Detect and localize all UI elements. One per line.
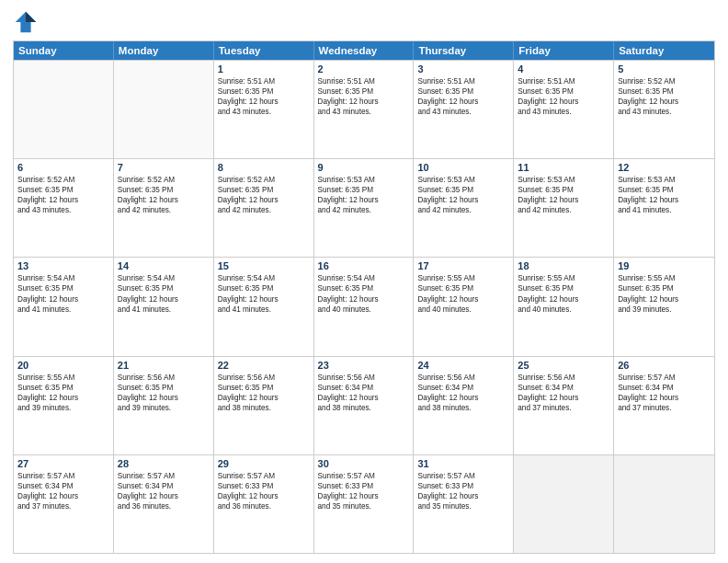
minutes-line: and 42 minutes. [417, 205, 509, 215]
sunrise-line: Sunrise: 5:52 AM [218, 175, 310, 185]
daylight-line: Daylight: 12 hours [318, 97, 410, 107]
daylight-line: Daylight: 12 hours [17, 393, 109, 403]
daylight-line: Daylight: 12 hours [518, 195, 609, 205]
minutes-line: and 40 minutes. [518, 304, 609, 315]
cal-header-monday: Monday [114, 41, 214, 60]
cal-cell-day-13: 13Sunrise: 5:54 AMSunset: 6:35 PMDayligh… [14, 258, 114, 355]
day-number: 20 [17, 360, 109, 371]
sunset-line: Sunset: 6:35 PM [218, 185, 310, 195]
sunrise-line: Sunrise: 5:54 AM [118, 273, 210, 283]
sunset-line: Sunset: 6:35 PM [518, 283, 609, 293]
day-number: 16 [318, 260, 410, 271]
sunrise-line: Sunrise: 5:52 AM [17, 175, 109, 185]
logo [13, 9, 44, 35]
sunset-line: Sunset: 6:34 PM [17, 481, 109, 491]
cal-cell-day-6: 6Sunrise: 5:52 AMSunset: 6:35 PMDaylight… [14, 159, 114, 257]
cal-cell-day-23: 23Sunrise: 5:56 AMSunset: 6:34 PMDayligh… [314, 357, 415, 454]
sunset-line: Sunset: 6:35 PM [218, 86, 310, 97]
day-number: 19 [618, 260, 711, 271]
minutes-line: and 35 minutes. [417, 501, 509, 511]
minutes-line: and 37 minutes. [618, 403, 711, 413]
minutes-line: and 42 minutes. [518, 205, 609, 215]
sunset-line: Sunset: 6:35 PM [17, 383, 109, 393]
daylight-line: Daylight: 12 hours [518, 97, 609, 107]
minutes-line: and 38 minutes. [218, 403, 310, 413]
daylight-line: Daylight: 12 hours [218, 195, 310, 205]
daylight-line: Daylight: 12 hours [17, 195, 109, 205]
cal-cell-day-11: 11Sunrise: 5:53 AMSunset: 6:35 PMDayligh… [514, 159, 614, 257]
day-number: 6 [17, 162, 109, 173]
sunset-line: Sunset: 6:35 PM [218, 283, 310, 293]
cal-cell-day-14: 14Sunrise: 5:54 AMSunset: 6:35 PMDayligh… [114, 258, 214, 355]
sunrise-line: Sunrise: 5:56 AM [218, 373, 310, 383]
minutes-line: and 38 minutes. [417, 403, 509, 413]
day-number: 22 [218, 360, 310, 371]
cal-header-sunday: Sunday [14, 41, 114, 60]
calendar: SundayMondayTuesdayWednesdayThursdayFrid… [13, 40, 715, 554]
cal-header-saturday: Saturday [614, 41, 714, 60]
day-number: 7 [118, 162, 210, 173]
minutes-line: and 43 minutes. [17, 205, 109, 215]
cal-cell-day-27: 27Sunrise: 5:57 AMSunset: 6:34 PMDayligh… [14, 455, 114, 553]
cal-header-thursday: Thursday [414, 41, 514, 60]
daylight-line: Daylight: 12 hours [118, 393, 210, 403]
sunset-line: Sunset: 6:35 PM [318, 283, 410, 293]
sunset-line: Sunset: 6:34 PM [417, 383, 509, 393]
cal-cell-day-20: 20Sunrise: 5:55 AMSunset: 6:35 PMDayligh… [14, 357, 114, 454]
day-number: 12 [618, 162, 711, 173]
cal-cell-empty [114, 61, 214, 158]
sunset-line: Sunset: 6:33 PM [417, 481, 509, 491]
logo-icon [13, 9, 39, 35]
day-number: 10 [417, 162, 509, 173]
sunrise-line: Sunrise: 5:51 AM [518, 76, 609, 86]
sunrise-line: Sunrise: 5:55 AM [417, 273, 509, 283]
sunset-line: Sunset: 6:35 PM [218, 383, 310, 393]
minutes-line: and 42 minutes. [318, 205, 410, 215]
sunrise-line: Sunrise: 5:57 AM [17, 471, 109, 481]
cal-cell-day-15: 15Sunrise: 5:54 AMSunset: 6:35 PMDayligh… [214, 258, 314, 355]
cal-week-4: 20Sunrise: 5:55 AMSunset: 6:35 PMDayligh… [14, 356, 714, 454]
daylight-line: Daylight: 12 hours [618, 97, 711, 107]
day-number: 8 [218, 162, 310, 173]
minutes-line: and 36 minutes. [218, 501, 310, 511]
cal-cell-day-17: 17Sunrise: 5:55 AMSunset: 6:35 PMDayligh… [414, 258, 514, 355]
day-number: 30 [318, 458, 410, 469]
minutes-line: and 35 minutes. [318, 501, 410, 511]
calendar-header-row: SundayMondayTuesdayWednesdayThursdayFrid… [14, 41, 714, 60]
cal-cell-day-30: 30Sunrise: 5:57 AMSunset: 6:33 PMDayligh… [314, 455, 415, 553]
minutes-line: and 42 minutes. [118, 205, 210, 215]
sunrise-line: Sunrise: 5:56 AM [417, 373, 509, 383]
cal-cell-day-25: 25Sunrise: 5:56 AMSunset: 6:34 PMDayligh… [514, 357, 614, 454]
sunrise-line: Sunrise: 5:53 AM [618, 175, 711, 185]
cal-cell-empty [514, 455, 614, 553]
daylight-line: Daylight: 12 hours [417, 491, 509, 501]
daylight-line: Daylight: 12 hours [518, 294, 609, 304]
cal-cell-day-19: 19Sunrise: 5:55 AMSunset: 6:35 PMDayligh… [614, 258, 714, 355]
sunset-line: Sunset: 6:34 PM [618, 383, 711, 393]
cal-header-friday: Friday [514, 41, 614, 60]
cal-header-tuesday: Tuesday [214, 41, 314, 60]
cal-cell-day-24: 24Sunrise: 5:56 AMSunset: 6:34 PMDayligh… [414, 357, 514, 454]
cal-cell-day-31: 31Sunrise: 5:57 AMSunset: 6:33 PMDayligh… [414, 455, 514, 553]
sunrise-line: Sunrise: 5:55 AM [518, 273, 609, 283]
sunrise-line: Sunrise: 5:51 AM [417, 76, 509, 86]
cal-cell-day-21: 21Sunrise: 5:56 AMSunset: 6:35 PMDayligh… [114, 357, 214, 454]
cal-cell-day-28: 28Sunrise: 5:57 AMSunset: 6:34 PMDayligh… [114, 455, 214, 553]
minutes-line: and 41 minutes. [118, 304, 210, 315]
cal-cell-day-3: 3Sunrise: 5:51 AMSunset: 6:35 PMDaylight… [414, 61, 514, 158]
minutes-line: and 39 minutes. [118, 403, 210, 413]
cal-header-wednesday: Wednesday [314, 41, 415, 60]
cal-week-1: 1Sunrise: 5:51 AMSunset: 6:35 PMDaylight… [14, 60, 714, 158]
minutes-line: and 37 minutes. [518, 403, 609, 413]
day-number: 27 [17, 458, 109, 469]
day-number: 28 [118, 458, 210, 469]
sunrise-line: Sunrise: 5:52 AM [118, 175, 210, 185]
day-number: 29 [218, 458, 310, 469]
daylight-line: Daylight: 12 hours [618, 195, 711, 205]
sunset-line: Sunset: 6:35 PM [318, 185, 410, 195]
sunset-line: Sunset: 6:34 PM [318, 383, 410, 393]
daylight-line: Daylight: 12 hours [218, 491, 310, 501]
cal-cell-day-29: 29Sunrise: 5:57 AMSunset: 6:33 PMDayligh… [214, 455, 314, 553]
day-number: 5 [618, 63, 711, 75]
minutes-line: and 43 minutes. [618, 107, 711, 117]
